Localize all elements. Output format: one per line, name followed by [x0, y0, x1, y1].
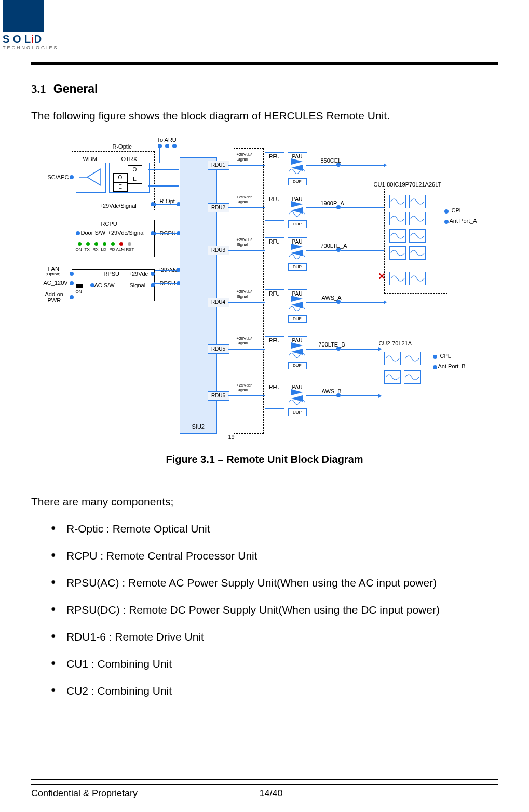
- svg-line-2: [87, 177, 101, 185]
- wire: [306, 250, 337, 251]
- components-list: R-Optic : Remote Optical Unit RCPU : Rem…: [31, 523, 498, 697]
- block-rfu-3: RFU: [265, 237, 284, 263]
- rfu-label: RFU: [265, 153, 284, 159]
- brand-subtitle: TECHNOLOGIES: [3, 45, 59, 50]
- filter-tile: [409, 229, 426, 243]
- wire: [148, 185, 179, 187]
- led-label-rst: RST: [126, 247, 134, 252]
- filter-tile: [389, 246, 406, 260]
- tag-rdu1: RDU1: [208, 161, 229, 170]
- oe-o: O: [114, 174, 127, 183]
- filter-tile: [389, 272, 406, 285]
- brand-logo: S O LiD TECHNOLOGIES: [3, 0, 59, 50]
- port-aru-3: [172, 144, 177, 148]
- block-dup-5: DUP: [288, 362, 307, 369]
- label-cpl-a: CPL: [452, 207, 463, 214]
- list-item: RDU1-6 : Remote Drive Unit: [66, 631, 498, 643]
- rfu-label: RFU: [265, 383, 284, 390]
- wire: [228, 165, 265, 166]
- label-ac120: AC_120V: [44, 279, 68, 286]
- tiny-29v-5: +29Vdc/ Signal: [237, 336, 252, 345]
- svg-line-1: [87, 169, 101, 177]
- port-band4: [336, 300, 341, 304]
- wire: [306, 302, 337, 303]
- label-signal: Signal: [130, 282, 146, 288]
- tiny-29v-3: +29Vdc/ Signal: [237, 237, 252, 247]
- block-dup-6: DUP: [288, 409, 307, 416]
- filter-icon: [289, 252, 305, 261]
- wire: [155, 283, 178, 284]
- label-29v-sig: +29Vdc/Signal: [108, 230, 145, 236]
- wdm-internal-icon: [76, 163, 105, 192]
- port-aru-2: [165, 144, 169, 148]
- label-cpl-b: CPL: [440, 353, 451, 359]
- led-tx: [86, 242, 90, 246]
- oe-e: E: [114, 183, 127, 192]
- wire: [148, 169, 179, 170]
- x-mark-icon: ✕: [378, 271, 386, 282]
- port-acsw: [90, 283, 94, 287]
- section-heading: 3.1General: [31, 82, 498, 96]
- block-dup-1: DUP: [288, 178, 307, 185]
- footer-page-number: 14/40: [44, 788, 498, 799]
- led-rx: [94, 242, 98, 246]
- port-band2: [336, 205, 341, 209]
- oe-o: O: [128, 166, 142, 175]
- label-addon: Add-on: [45, 291, 63, 297]
- filter-tile: [404, 370, 421, 384]
- port-door: [76, 231, 80, 235]
- label-wdm: WDM: [83, 156, 98, 162]
- port-band6: [336, 393, 341, 397]
- led-label-rx: RX: [93, 247, 99, 252]
- label-ant-a: Ant Port_A: [450, 218, 477, 224]
- logo-square-icon: [3, 0, 44, 32]
- tag-rdu4: RDU4: [208, 298, 229, 307]
- label-otrx: OTRX: [121, 156, 138, 162]
- label-option: (Option): [46, 272, 61, 276]
- label-ant-b: Ant Port_B: [438, 363, 466, 369]
- label-cu1: CU1-80IC19P70L21A26LT: [374, 181, 442, 188]
- oe-e: E: [128, 175, 142, 184]
- wire: [341, 207, 384, 208]
- label-29vdc-signal: +29Vdc/Signal: [100, 203, 137, 209]
- filter-tile: [409, 212, 426, 225]
- brand-main: S O L: [3, 33, 31, 45]
- rfu-label: RFU: [265, 290, 284, 297]
- block-dup-2: DUP: [288, 221, 307, 228]
- wire: [228, 207, 265, 208]
- filter-icon: [289, 304, 305, 313]
- port-fan: [70, 272, 74, 276]
- svg-marker-14: [291, 389, 303, 395]
- oe-stack-1: O E: [128, 165, 142, 184]
- list-item: R-Optic : Remote Optical Unit: [66, 523, 498, 535]
- port-cpl-b: [433, 355, 437, 359]
- wire: [228, 302, 265, 303]
- wire: [341, 349, 379, 350]
- label-band-2: 1900P_A: [321, 200, 344, 206]
- wire: [167, 148, 168, 163]
- filter-icon: [289, 351, 305, 360]
- port-addon: [70, 295, 74, 299]
- footer-rule-thick: [31, 779, 498, 780]
- wire: [306, 349, 337, 350]
- wire: [228, 349, 265, 350]
- filter-tile: [389, 229, 406, 243]
- wire: [341, 302, 384, 303]
- block-diagram: To ARU R-Optic WDM OTRX O E O E SC/APC: [47, 137, 483, 443]
- filter-tile: [404, 352, 421, 365]
- label-rcpu: RCPU: [101, 221, 117, 227]
- port-band3: [336, 248, 341, 252]
- intro-paragraph: The following figure shows the block dia…: [31, 110, 498, 122]
- port-band1: [336, 163, 341, 167]
- list-item: RPSU(AC) : Remote AC Power Supply Unit(W…: [66, 577, 498, 589]
- page-header: S O LiD TECHNOLOGIES: [31, 10, 498, 62]
- tiny-29v-6: +29Vdc/ Signal: [237, 383, 252, 392]
- wire: [341, 250, 384, 251]
- label-siu2: SIU2: [192, 423, 205, 430]
- svg-marker-8: [291, 244, 303, 250]
- filter-icon: [289, 209, 305, 219]
- wire: [228, 250, 265, 251]
- figure-caption: Figure 3.1 – Remote Unit Block Diagram: [31, 454, 498, 465]
- block-rfu-2: RFU: [265, 195, 284, 221]
- label-sc-apc: SC/APC: [48, 174, 69, 180]
